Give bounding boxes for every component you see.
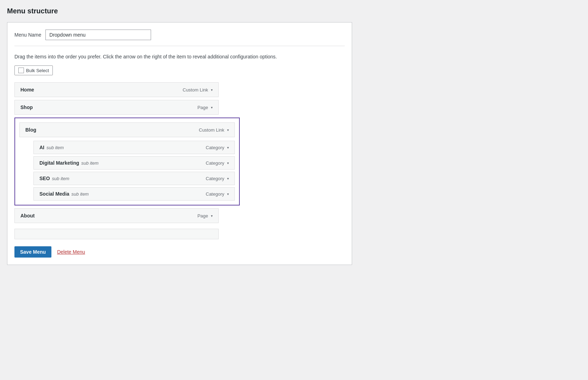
menu-item-shop-name: Shop <box>20 104 33 110</box>
sub-item-dm-name: Digital Marketing <box>39 160 79 166</box>
sub-item-seo-name-group: SEO sub item <box>39 176 69 181</box>
menu-item-shop[interactable]: Shop Page ▾ <box>14 100 219 115</box>
sub-item-ai-right: Category ▾ <box>206 145 229 150</box>
sub-item-seo-type: Category <box>206 176 224 181</box>
sub-item-dm-right: Category ▾ <box>206 160 229 166</box>
sub-item-seo-label: sub item <box>52 176 69 181</box>
sub-item-ai[interactable]: AI sub item Category ▾ <box>33 141 235 154</box>
about-chevron-icon: ▾ <box>211 214 213 218</box>
sub-item-social-media[interactable]: Social Media sub item Category ▾ <box>33 187 235 201</box>
menu-item-about-right: Page ▾ <box>198 213 213 218</box>
menu-item-blog-name: Blog <box>25 127 36 133</box>
bottom-partial-item <box>14 229 219 239</box>
menu-item-blog-type: Custom Link <box>199 127 224 133</box>
sub-item-sm-type: Category <box>206 191 224 197</box>
menu-item-home-name: Home <box>20 87 34 93</box>
sub-item-ai-name-group: AI sub item <box>39 145 64 150</box>
home-chevron-icon: ▾ <box>211 88 213 92</box>
bulk-select-row: Bulk Select <box>14 65 345 75</box>
sub-item-sm-label: sub item <box>71 191 89 197</box>
sub-item-dm-name-group: Digital Marketing sub item <box>39 160 99 166</box>
menu-item-blog-right: Custom Link ▾ <box>199 127 229 133</box>
menu-item-home-right: Custom Link ▾ <box>183 87 213 93</box>
ai-chevron-icon: ▾ <box>227 146 229 150</box>
menu-item-blog[interactable]: Blog Custom Link ▾ <box>19 122 235 137</box>
sub-item-sm-name: Social Media <box>39 191 69 197</box>
menu-item-home-type: Custom Link <box>183 87 208 93</box>
sub-item-digital-marketing[interactable]: Digital Marketing sub item Category ▾ <box>33 156 235 170</box>
menu-item-shop-type: Page <box>198 105 208 110</box>
save-menu-button[interactable]: Save Menu <box>14 246 51 258</box>
sub-item-ai-name: AI <box>39 145 44 150</box>
sub-item-sm-name-group: Social Media sub item <box>39 191 89 197</box>
shop-chevron-icon: ▾ <box>211 106 213 109</box>
blog-chevron-icon: ▾ <box>227 128 229 132</box>
sm-chevron-icon: ▾ <box>227 192 229 196</box>
menu-structure-box: Menu Name Drag the items into the order … <box>7 22 352 265</box>
seo-chevron-icon: ▾ <box>227 177 229 180</box>
bulk-select-label: Bulk Select <box>26 68 49 73</box>
menu-name-row: Menu Name <box>14 30 345 46</box>
blog-group: Blog Custom Link ▾ AI sub item <box>14 118 240 205</box>
sub-item-seo[interactable]: SEO sub item Category ▾ <box>33 172 235 185</box>
page-container: Menu structure Menu Name Drag the items … <box>7 7 581 265</box>
sub-item-ai-type: Category <box>206 145 224 150</box>
menu-item-about[interactable]: About Page ▾ <box>14 208 219 223</box>
sub-item-ai-label: sub item <box>46 145 64 150</box>
menu-name-input[interactable] <box>45 30 151 40</box>
dm-chevron-icon: ▾ <box>227 161 229 165</box>
delete-menu-button[interactable]: Delete Menu <box>57 249 85 255</box>
instruction-text: Drag the items into the order you prefer… <box>14 53 345 61</box>
sub-item-dm-type: Category <box>206 160 224 166</box>
bulk-select-checkbox-icon <box>18 68 24 73</box>
menu-item-about-name: About <box>20 213 35 218</box>
sub-item-seo-right: Category ▾ <box>206 176 229 181</box>
menu-items-list: Home Custom Link ▾ Shop Page ▾ Blog <box>14 82 345 239</box>
menu-name-label: Menu Name <box>14 32 41 38</box>
menu-item-about-type: Page <box>198 213 208 218</box>
menu-item-home[interactable]: Home Custom Link ▾ <box>14 82 219 97</box>
sub-item-dm-label: sub item <box>81 160 99 166</box>
sub-items-list: AI sub item Category ▾ Digital Marketing… <box>19 141 235 201</box>
sub-item-seo-name: SEO <box>39 176 50 181</box>
menu-item-shop-right: Page ▾ <box>198 105 213 110</box>
page-title: Menu structure <box>7 7 581 15</box>
footer-actions: Save Menu Delete Menu <box>14 246 345 258</box>
bulk-select-button[interactable]: Bulk Select <box>14 65 53 75</box>
sub-item-sm-right: Category ▾ <box>206 191 229 197</box>
